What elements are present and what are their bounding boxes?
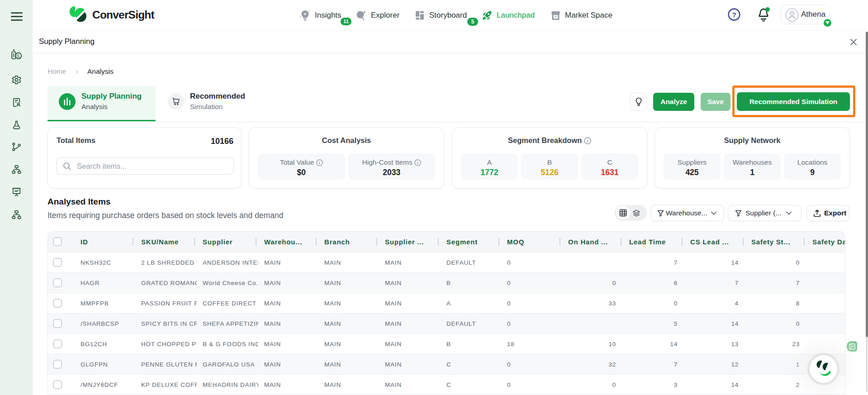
svg-text:?: ? xyxy=(732,11,736,19)
